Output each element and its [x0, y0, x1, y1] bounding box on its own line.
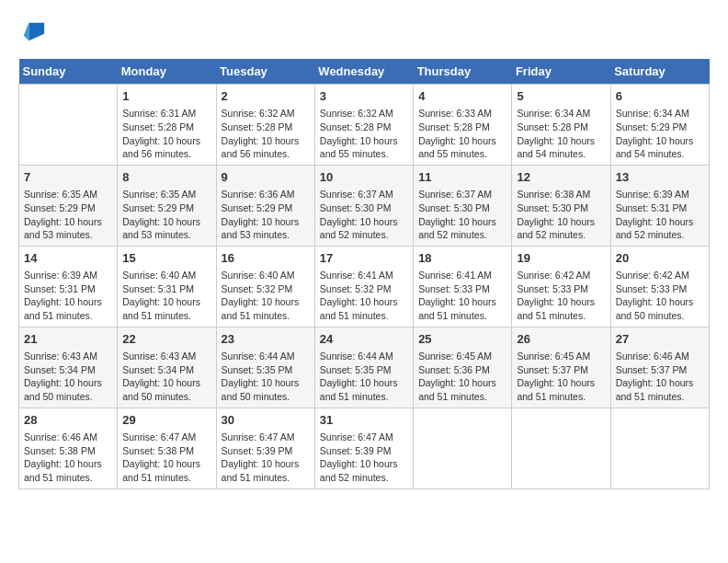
- calendar-cell: 28Sunrise: 6:46 AMSunset: 5:38 PMDayligh…: [19, 408, 118, 488]
- day-number: 1: [122, 88, 210, 105]
- weekday-header-tuesday: Tuesday: [216, 59, 314, 85]
- weekday-header-saturday: Saturday: [610, 59, 709, 85]
- day-number: 3: [320, 88, 408, 105]
- day-info: Sunrise: 6:37 AMSunset: 5:30 PMDaylight:…: [418, 188, 506, 242]
- day-info: Sunrise: 6:33 AMSunset: 5:28 PMDaylight:…: [418, 107, 506, 161]
- calendar-cell: 10Sunrise: 6:37 AMSunset: 5:30 PMDayligh…: [314, 165, 413, 246]
- calendar-cell: 15Sunrise: 6:40 AMSunset: 5:31 PMDayligh…: [118, 246, 216, 327]
- day-number: 9: [222, 169, 310, 186]
- day-info: Sunrise: 6:43 AMSunset: 5:34 PMDaylight:…: [122, 350, 210, 404]
- calendar-cell: 29Sunrise: 6:47 AMSunset: 5:38 PMDayligh…: [118, 408, 216, 488]
- day-number: 8: [122, 169, 210, 186]
- day-info: Sunrise: 6:42 AMSunset: 5:33 PMDaylight:…: [517, 269, 605, 323]
- day-info: Sunrise: 6:46 AMSunset: 5:37 PMDaylight:…: [616, 350, 704, 404]
- calendar-cell: 4Sunrise: 6:33 AMSunset: 5:28 PMDaylight…: [414, 85, 512, 166]
- calendar-cell: 2Sunrise: 6:32 AMSunset: 5:28 PMDaylight…: [216, 85, 314, 166]
- svg-marker-0: [28, 23, 44, 41]
- calendar-cell: 3Sunrise: 6:32 AMSunset: 5:28 PMDaylight…: [314, 85, 413, 166]
- calendar-week-4: 28Sunrise: 6:46 AMSunset: 5:38 PMDayligh…: [19, 408, 710, 488]
- day-number: 10: [320, 169, 408, 186]
- calendar-header: SundayMondayTuesdayWednesdayThursdayFrid…: [19, 59, 710, 85]
- day-info: Sunrise: 6:36 AMSunset: 5:29 PMDaylight:…: [222, 188, 310, 242]
- day-info: Sunrise: 6:40 AMSunset: 5:32 PMDaylight:…: [222, 269, 310, 323]
- day-info: Sunrise: 6:41 AMSunset: 5:32 PMDaylight:…: [320, 269, 408, 323]
- day-info: Sunrise: 6:34 AMSunset: 5:29 PMDaylight:…: [616, 107, 704, 161]
- day-info: Sunrise: 6:45 AMSunset: 5:37 PMDaylight:…: [517, 350, 605, 404]
- calendar-cell: 6Sunrise: 6:34 AMSunset: 5:29 PMDaylight…: [610, 85, 709, 166]
- calendar-cell: [19, 85, 118, 166]
- calendar-week-1: 7Sunrise: 6:35 AMSunset: 5:29 PMDaylight…: [19, 165, 710, 246]
- day-info: Sunrise: 6:41 AMSunset: 5:33 PMDaylight:…: [418, 269, 506, 323]
- calendar-cell: [512, 408, 610, 488]
- day-info: Sunrise: 6:38 AMSunset: 5:30 PMDaylight:…: [517, 188, 605, 242]
- calendar-cell: 19Sunrise: 6:42 AMSunset: 5:33 PMDayligh…: [512, 246, 610, 327]
- day-info: Sunrise: 6:39 AMSunset: 5:31 PMDaylight:…: [24, 269, 112, 323]
- calendar-cell: 20Sunrise: 6:42 AMSunset: 5:33 PMDayligh…: [610, 246, 709, 327]
- day-info: Sunrise: 6:31 AMSunset: 5:28 PMDaylight:…: [122, 107, 210, 161]
- day-info: Sunrise: 6:44 AMSunset: 5:35 PMDaylight:…: [222, 350, 310, 404]
- calendar-cell: 8Sunrise: 6:35 AMSunset: 5:29 PMDaylight…: [118, 165, 216, 246]
- day-info: Sunrise: 6:37 AMSunset: 5:30 PMDaylight:…: [320, 188, 408, 242]
- day-number: 20: [616, 250, 704, 267]
- day-number: 21: [24, 331, 112, 348]
- day-number: 18: [418, 250, 506, 267]
- svg-marker-1: [24, 23, 29, 41]
- day-number: 15: [122, 250, 210, 267]
- day-info: Sunrise: 6:47 AMSunset: 5:39 PMDaylight:…: [320, 431, 408, 485]
- calendar-cell: 1Sunrise: 6:31 AMSunset: 5:28 PMDaylight…: [118, 85, 216, 166]
- calendar-week-2: 14Sunrise: 6:39 AMSunset: 5:31 PMDayligh…: [19, 246, 710, 327]
- day-info: Sunrise: 6:35 AMSunset: 5:29 PMDaylight:…: [122, 188, 210, 242]
- day-info: Sunrise: 6:40 AMSunset: 5:31 PMDaylight:…: [122, 269, 210, 323]
- calendar-cell: 25Sunrise: 6:45 AMSunset: 5:36 PMDayligh…: [414, 327, 512, 408]
- day-number: 24: [320, 331, 408, 348]
- calendar-week-3: 21Sunrise: 6:43 AMSunset: 5:34 PMDayligh…: [19, 327, 710, 408]
- calendar-table: SundayMondayTuesdayWednesdayThursdayFrid…: [18, 59, 710, 489]
- calendar-cell: 31Sunrise: 6:47 AMSunset: 5:39 PMDayligh…: [314, 408, 413, 488]
- calendar-cell: [414, 408, 512, 488]
- day-info: Sunrise: 6:45 AMSunset: 5:36 PMDaylight:…: [418, 350, 506, 404]
- calendar-cell: 27Sunrise: 6:46 AMSunset: 5:37 PMDayligh…: [610, 327, 709, 408]
- day-info: Sunrise: 6:39 AMSunset: 5:31 PMDaylight:…: [616, 188, 704, 242]
- day-info: Sunrise: 6:47 AMSunset: 5:39 PMDaylight:…: [222, 431, 310, 485]
- calendar-cell: 16Sunrise: 6:40 AMSunset: 5:32 PMDayligh…: [216, 246, 314, 327]
- calendar-cell: 30Sunrise: 6:47 AMSunset: 5:39 PMDayligh…: [216, 408, 314, 488]
- day-number: 22: [122, 331, 210, 348]
- day-number: 11: [418, 169, 506, 186]
- weekday-header-thursday: Thursday: [414, 59, 512, 85]
- day-number: 31: [320, 412, 408, 429]
- calendar-cell: 12Sunrise: 6:38 AMSunset: 5:30 PMDayligh…: [512, 165, 610, 246]
- day-number: 2: [222, 88, 310, 105]
- calendar-cell: 7Sunrise: 6:35 AMSunset: 5:29 PMDaylight…: [19, 165, 118, 246]
- weekday-header-sunday: Sunday: [19, 59, 118, 85]
- calendar-cell: 13Sunrise: 6:39 AMSunset: 5:31 PMDayligh…: [610, 165, 709, 246]
- day-number: 14: [24, 250, 112, 267]
- calendar-cell: 11Sunrise: 6:37 AMSunset: 5:30 PMDayligh…: [414, 165, 512, 246]
- day-info: Sunrise: 6:44 AMSunset: 5:35 PMDaylight:…: [320, 350, 408, 404]
- calendar-cell: 23Sunrise: 6:44 AMSunset: 5:35 PMDayligh…: [216, 327, 314, 408]
- day-info: Sunrise: 6:35 AMSunset: 5:29 PMDaylight:…: [24, 188, 112, 242]
- day-number: 30: [222, 412, 310, 429]
- day-info: Sunrise: 6:32 AMSunset: 5:28 PMDaylight:…: [320, 107, 408, 161]
- weekday-row: SundayMondayTuesdayWednesdayThursdayFrid…: [19, 59, 710, 85]
- logo-icon: [20, 18, 46, 44]
- day-number: 16: [222, 250, 310, 267]
- day-number: 25: [418, 331, 506, 348]
- weekday-header-friday: Friday: [512, 59, 610, 85]
- page-header: [18, 18, 710, 44]
- day-number: 4: [418, 88, 506, 105]
- day-info: Sunrise: 6:46 AMSunset: 5:38 PMDaylight:…: [24, 431, 112, 485]
- day-number: 23: [222, 331, 310, 348]
- day-number: 29: [122, 412, 210, 429]
- day-number: 19: [517, 250, 605, 267]
- calendar-cell: 22Sunrise: 6:43 AMSunset: 5:34 PMDayligh…: [118, 327, 216, 408]
- logo: [18, 18, 46, 44]
- calendar-body: 1Sunrise: 6:31 AMSunset: 5:28 PMDaylight…: [19, 85, 710, 489]
- day-number: 27: [616, 331, 704, 348]
- day-info: Sunrise: 6:42 AMSunset: 5:33 PMDaylight:…: [616, 269, 704, 323]
- day-number: 12: [517, 169, 605, 186]
- calendar-cell: 9Sunrise: 6:36 AMSunset: 5:29 PMDaylight…: [216, 165, 314, 246]
- day-number: 28: [24, 412, 112, 429]
- day-number: 7: [24, 169, 112, 186]
- day-info: Sunrise: 6:32 AMSunset: 5:28 PMDaylight:…: [222, 107, 310, 161]
- day-number: 5: [517, 88, 605, 105]
